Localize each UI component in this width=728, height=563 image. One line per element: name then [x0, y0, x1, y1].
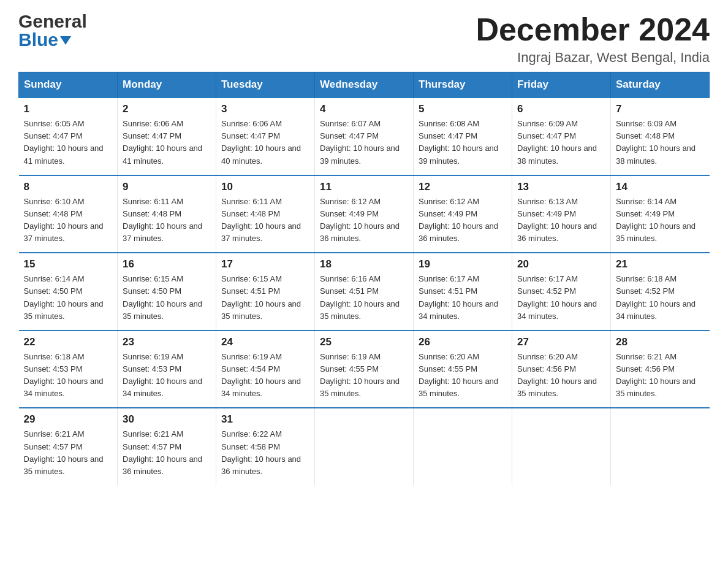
day-number: 17: [221, 258, 309, 270]
day-number: 3: [221, 103, 309, 115]
calendar-day-cell: 24 Sunrise: 6:19 AMSunset: 4:54 PMDaylig…: [216, 331, 315, 408]
day-of-week-header: Friday: [512, 72, 611, 98]
day-of-week-header: Tuesday: [216, 72, 315, 98]
day-info: Sunrise: 6:14 AMSunset: 4:49 PMDaylight:…: [616, 197, 696, 243]
day-number: 12: [419, 181, 507, 193]
day-number: 23: [123, 336, 211, 348]
calendar-day-cell: 1 Sunrise: 6:05 AMSunset: 4:47 PMDayligh…: [19, 98, 118, 175]
calendar-day-cell: 26 Sunrise: 6:20 AMSunset: 4:55 PMDaylig…: [414, 331, 512, 408]
calendar-week-row: 8 Sunrise: 6:10 AMSunset: 4:48 PMDayligh…: [19, 175, 710, 253]
day-number: 14: [616, 181, 705, 193]
day-info: Sunrise: 6:11 AMSunset: 4:48 PMDaylight:…: [123, 197, 202, 243]
day-number: 6: [517, 103, 605, 115]
day-info: Sunrise: 6:18 AMSunset: 4:53 PMDaylight:…: [24, 352, 104, 398]
calendar-day-cell: 21 Sunrise: 6:18 AMSunset: 4:52 PMDaylig…: [611, 253, 710, 331]
day-info: Sunrise: 6:10 AMSunset: 4:48 PMDaylight:…: [24, 197, 104, 243]
day-of-week-header: Wednesday: [315, 72, 414, 98]
calendar-day-cell: 25 Sunrise: 6:19 AMSunset: 4:55 PMDaylig…: [315, 331, 414, 408]
day-info: Sunrise: 6:21 AMSunset: 4:56 PMDaylight:…: [616, 352, 696, 398]
logo-line2: Blue: [18, 31, 87, 49]
calendar-day-cell: 30 Sunrise: 6:21 AMSunset: 4:57 PMDaylig…: [118, 408, 216, 485]
day-number: 29: [24, 413, 113, 426]
month-year-title: December 2024: [476, 12, 710, 47]
day-info: Sunrise: 6:09 AMSunset: 4:48 PMDaylight:…: [616, 119, 696, 165]
day-info: Sunrise: 6:12 AMSunset: 4:49 PMDaylight:…: [320, 197, 400, 243]
day-info: Sunrise: 6:12 AMSunset: 4:49 PMDaylight:…: [419, 197, 498, 243]
day-info: Sunrise: 6:18 AMSunset: 4:52 PMDaylight:…: [616, 274, 696, 320]
day-number: 13: [517, 181, 605, 193]
day-info: Sunrise: 6:20 AMSunset: 4:56 PMDaylight:…: [517, 352, 597, 398]
day-number: 2: [123, 103, 211, 115]
calendar-day-cell: 11 Sunrise: 6:12 AMSunset: 4:49 PMDaylig…: [315, 175, 414, 253]
calendar-day-cell: 23 Sunrise: 6:19 AMSunset: 4:53 PMDaylig…: [118, 331, 216, 408]
day-info: Sunrise: 6:07 AMSunset: 4:47 PMDaylight:…: [320, 119, 400, 165]
logo-line1: General: [18, 12, 87, 31]
page-header: General Blue December 2024 Ingraj Bazar,…: [18, 12, 710, 66]
day-info: Sunrise: 6:19 AMSunset: 4:54 PMDaylight:…: [221, 352, 301, 398]
day-info: Sunrise: 6:15 AMSunset: 4:50 PMDaylight:…: [123, 274, 202, 320]
day-info: Sunrise: 6:19 AMSunset: 4:55 PMDaylight:…: [320, 352, 400, 398]
calendar-day-cell: 17 Sunrise: 6:15 AMSunset: 4:51 PMDaylig…: [216, 253, 315, 331]
calendar-day-cell: 3 Sunrise: 6:06 AMSunset: 4:47 PMDayligh…: [216, 98, 315, 175]
day-number: 24: [221, 336, 309, 348]
calendar-day-cell: 31 Sunrise: 6:22 AMSunset: 4:58 PMDaylig…: [216, 408, 315, 485]
day-of-week-header: Saturday: [611, 72, 710, 98]
calendar-day-cell: [315, 408, 414, 485]
calendar-day-cell: 12 Sunrise: 6:12 AMSunset: 4:49 PMDaylig…: [414, 175, 512, 253]
day-info: Sunrise: 6:17 AMSunset: 4:52 PMDaylight:…: [517, 274, 597, 320]
day-number: 26: [419, 336, 507, 348]
day-info: Sunrise: 6:19 AMSunset: 4:53 PMDaylight:…: [123, 352, 202, 398]
calendar-week-row: 15 Sunrise: 6:14 AMSunset: 4:50 PMDaylig…: [19, 253, 710, 331]
calendar-day-cell: 14 Sunrise: 6:14 AMSunset: 4:49 PMDaylig…: [611, 175, 710, 253]
day-info: Sunrise: 6:16 AMSunset: 4:51 PMDaylight:…: [320, 274, 400, 320]
day-number: 1: [24, 103, 113, 115]
day-number: 18: [320, 258, 408, 270]
calendar-day-cell: 19 Sunrise: 6:17 AMSunset: 4:51 PMDaylig…: [414, 253, 512, 331]
title-block: December 2024 Ingraj Bazar, West Bengal,…: [476, 12, 710, 66]
day-number: 11: [320, 181, 408, 193]
day-info: Sunrise: 6:21 AMSunset: 4:57 PMDaylight:…: [123, 429, 202, 475]
calendar-day-cell: 15 Sunrise: 6:14 AMSunset: 4:50 PMDaylig…: [19, 253, 118, 331]
day-number: 10: [221, 181, 309, 193]
day-info: Sunrise: 6:17 AMSunset: 4:51 PMDaylight:…: [419, 274, 498, 320]
day-number: 8: [24, 181, 113, 193]
day-info: Sunrise: 6:22 AMSunset: 4:58 PMDaylight:…: [221, 429, 301, 475]
calendar-day-cell: 28 Sunrise: 6:21 AMSunset: 4:56 PMDaylig…: [611, 331, 710, 408]
calendar-day-cell: [611, 408, 710, 485]
calendar-day-cell: 10 Sunrise: 6:11 AMSunset: 4:48 PMDaylig…: [216, 175, 315, 253]
day-number: 7: [616, 103, 705, 115]
calendar-day-cell: 29 Sunrise: 6:21 AMSunset: 4:57 PMDaylig…: [19, 408, 118, 485]
calendar-day-cell: 9 Sunrise: 6:11 AMSunset: 4:48 PMDayligh…: [118, 175, 216, 253]
calendar-day-cell: 16 Sunrise: 6:15 AMSunset: 4:50 PMDaylig…: [118, 253, 216, 331]
calendar-day-cell: 13 Sunrise: 6:13 AMSunset: 4:49 PMDaylig…: [512, 175, 611, 253]
calendar-day-cell: 18 Sunrise: 6:16 AMSunset: 4:51 PMDaylig…: [315, 253, 414, 331]
day-info: Sunrise: 6:05 AMSunset: 4:47 PMDaylight:…: [24, 119, 104, 165]
day-info: Sunrise: 6:09 AMSunset: 4:47 PMDaylight:…: [517, 119, 597, 165]
day-number: 19: [419, 258, 507, 270]
calendar-day-cell: 7 Sunrise: 6:09 AMSunset: 4:48 PMDayligh…: [611, 98, 710, 175]
day-number: 16: [123, 258, 211, 270]
day-info: Sunrise: 6:13 AMSunset: 4:49 PMDaylight:…: [517, 197, 597, 243]
calendar-header-row: SundayMondayTuesdayWednesdayThursdayFrid…: [19, 72, 710, 98]
calendar-day-cell: [512, 408, 611, 485]
day-of-week-header: Thursday: [414, 72, 512, 98]
day-info: Sunrise: 6:08 AMSunset: 4:47 PMDaylight:…: [419, 119, 498, 165]
day-number: 5: [419, 103, 507, 115]
day-number: 30: [123, 413, 211, 426]
day-number: 21: [616, 258, 705, 270]
calendar-week-row: 22 Sunrise: 6:18 AMSunset: 4:53 PMDaylig…: [19, 331, 710, 408]
calendar-day-cell: 4 Sunrise: 6:07 AMSunset: 4:47 PMDayligh…: [315, 98, 414, 175]
logo: General Blue: [18, 12, 87, 49]
calendar-week-row: 1 Sunrise: 6:05 AMSunset: 4:47 PMDayligh…: [19, 98, 710, 175]
calendar-week-row: 29 Sunrise: 6:21 AMSunset: 4:57 PMDaylig…: [19, 408, 710, 485]
day-info: Sunrise: 6:20 AMSunset: 4:55 PMDaylight:…: [419, 352, 498, 398]
day-info: Sunrise: 6:11 AMSunset: 4:48 PMDaylight:…: [221, 197, 301, 243]
day-info: Sunrise: 6:21 AMSunset: 4:57 PMDaylight:…: [24, 429, 104, 475]
day-number: 22: [24, 336, 113, 348]
day-number: 25: [320, 336, 408, 348]
day-number: 9: [123, 181, 211, 193]
calendar-day-cell: 2 Sunrise: 6:06 AMSunset: 4:47 PMDayligh…: [118, 98, 216, 175]
calendar-day-cell: [414, 408, 512, 485]
calendar-day-cell: 8 Sunrise: 6:10 AMSunset: 4:48 PMDayligh…: [19, 175, 118, 253]
day-of-week-header: Sunday: [19, 72, 118, 98]
